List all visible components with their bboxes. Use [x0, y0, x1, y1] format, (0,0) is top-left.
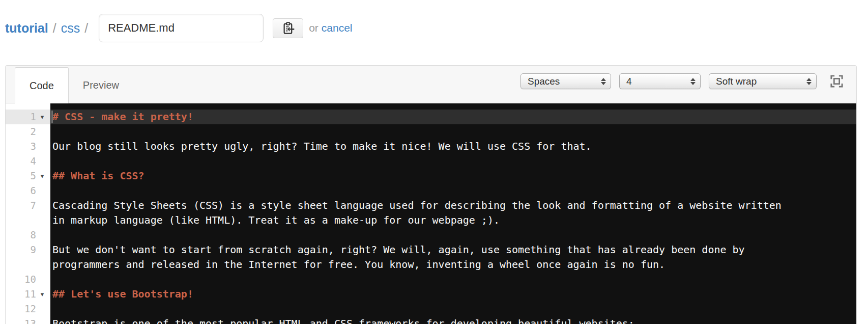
tab-preview[interactable]: Preview	[69, 67, 133, 103]
gutter-line: 3	[6, 139, 50, 154]
line-number-gutter: 1▾2345▾67891011▾1213	[6, 103, 50, 324]
tab-code[interactable]: Code	[15, 67, 69, 103]
gutter-line: 12	[6, 302, 50, 316]
code-line[interactable]	[50, 154, 856, 169]
code-line-text	[52, 228, 790, 242]
gutter-line: 6	[6, 183, 50, 198]
code-line[interactable]: # CSS - make it pretty!	[50, 110, 856, 124]
up-down-arrows-icon	[601, 78, 606, 85]
code-line-text: But we don't want to start from scratch …	[52, 242, 790, 272]
up-down-arrows-icon	[806, 78, 812, 85]
gutter-line: 9	[6, 242, 50, 272]
gutter-line: 8	[6, 228, 50, 242]
fullscreen-button[interactable]	[830, 75, 843, 88]
code-line-text	[52, 124, 790, 139]
line-number: 3	[31, 139, 36, 154]
code-line-text	[52, 272, 790, 287]
indent-mode-select[interactable]: Spaces	[520, 73, 611, 89]
line-number: 6	[31, 183, 36, 198]
code-area[interactable]: # CSS - make it pretty!Our blog still lo…	[50, 103, 856, 324]
code-line-text	[52, 302, 790, 316]
breadcrumb-dir-link[interactable]: css	[61, 21, 80, 36]
breadcrumb-separator: /	[53, 21, 56, 36]
gutter-line: 1▾	[6, 110, 50, 124]
indent-width-value: 4	[626, 76, 686, 87]
code-line[interactable]	[50, 272, 856, 287]
code-line-text	[52, 154, 790, 169]
code-line[interactable]	[50, 124, 856, 139]
code-line[interactable]: ## Let's use Bootstrap!	[50, 287, 856, 302]
text-cursor	[51, 111, 53, 123]
indent-width-select[interactable]: 4	[619, 73, 701, 89]
code-editor: 1▾2345▾67891011▾1213 # CSS - make it pre…	[6, 103, 856, 324]
line-number: 7	[31, 198, 36, 213]
cancel-link[interactable]: cancel	[322, 22, 353, 34]
code-line-text: Our blog still looks pretty ugly, right?…	[52, 139, 790, 154]
line-number: 13	[24, 316, 36, 324]
fold-arrow-icon[interactable]: ▾	[36, 169, 48, 183]
gutter-line: 5▾	[6, 169, 50, 183]
indent-mode-value: Spaces	[528, 76, 597, 87]
breadcrumb-repo-link[interactable]: tutorial	[5, 21, 48, 36]
line-number: 11	[24, 287, 36, 302]
wrap-mode-value: Soft wrap	[716, 76, 802, 87]
clipboard-arrow-icon	[281, 21, 295, 35]
line-number: 5	[31, 169, 36, 183]
fold-arrow-icon[interactable]: ▾	[36, 110, 48, 124]
code-line-text: ## Let's use Bootstrap!	[52, 287, 790, 302]
line-number: 8	[31, 228, 36, 242]
wrap-mode-select[interactable]: Soft wrap	[709, 73, 817, 89]
copy-path-button[interactable]	[273, 18, 303, 38]
gutter-line: 13	[6, 316, 50, 324]
gutter-line: 2	[6, 124, 50, 139]
gutter-line: 4	[6, 154, 50, 169]
or-text: or	[309, 22, 319, 34]
editor-toolbar: Spaces 4 Soft wrap	[520, 73, 856, 89]
code-line-text: Cascading Style Sheets (CSS) is a style …	[52, 198, 790, 228]
code-line[interactable]: Cascading Style Sheets (CSS) is a style …	[50, 198, 856, 228]
up-down-arrows-icon	[690, 78, 696, 85]
code-line[interactable]: But we don't want to start from scratch …	[50, 242, 856, 272]
code-line[interactable]	[50, 302, 856, 316]
code-line[interactable]: Bootstrap is one of the most popular HTM…	[50, 316, 856, 324]
code-line-text: # CSS - make it pretty!	[52, 110, 790, 124]
breadcrumb-separator: /	[84, 21, 88, 36]
gutter-line: 10	[6, 272, 50, 287]
filename-input[interactable]	[99, 14, 264, 42]
line-number: 12	[24, 302, 36, 316]
code-line[interactable]	[50, 228, 856, 242]
code-line[interactable]: ## What is CSS?	[50, 169, 856, 183]
editor-header: Code Preview Spaces 4 Soft wrap	[6, 66, 856, 103]
gutter-line: 11▾	[6, 287, 50, 302]
fold-arrow-icon[interactable]: ▾	[36, 287, 48, 302]
line-number: 4	[31, 154, 36, 169]
code-line-text	[52, 183, 790, 198]
line-number: 1	[31, 110, 36, 124]
code-line-text: ## What is CSS?	[52, 169, 790, 183]
line-number: 2	[31, 124, 36, 139]
breadcrumb: tutorial / css / or cancel	[5, 14, 857, 42]
screen-full-icon	[830, 75, 843, 88]
gutter-line: 7	[6, 198, 50, 228]
line-number: 9	[31, 242, 36, 257]
file-editor-panel: Code Preview Spaces 4 Soft wrap	[5, 65, 857, 324]
code-line[interactable]: Our blog still looks pretty ugly, right?…	[50, 139, 856, 154]
code-line-text: Bootstrap is one of the most popular HTM…	[52, 316, 790, 324]
line-number: 10	[24, 272, 36, 287]
code-line[interactable]	[50, 183, 856, 198]
